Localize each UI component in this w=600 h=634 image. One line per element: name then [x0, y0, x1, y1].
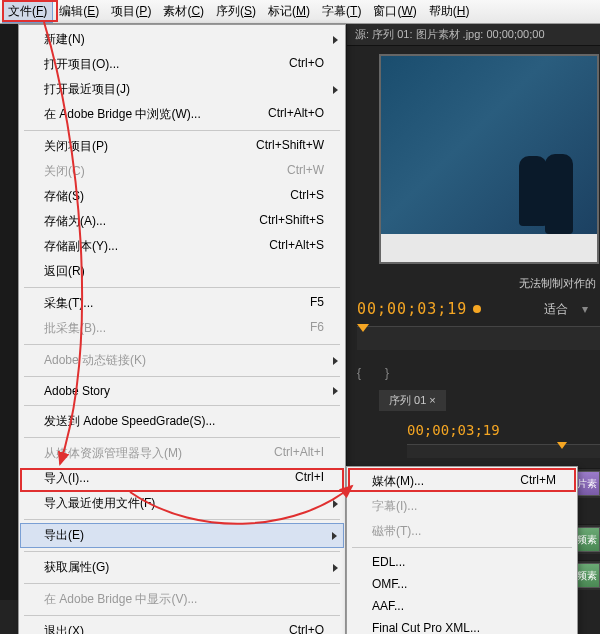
menu-item[interactable]: 在 Adobe Bridge 中浏览(W)...Ctrl+Alt+O — [20, 102, 344, 127]
menu-item-label: 新建(N) — [44, 31, 85, 48]
menu-shortcut: Ctrl+W — [287, 163, 324, 180]
menu-item-label: 存储(S) — [44, 188, 84, 205]
source-timecode[interactable]: 00;00;03;19 — [357, 300, 467, 318]
menu-item-label: 关闭(C) — [44, 163, 85, 180]
mark-out-icon[interactable]: } — [385, 366, 399, 380]
menu-separator — [24, 437, 340, 438]
menu-item[interactable]: 存储为(A)...Ctrl+Shift+S — [20, 209, 344, 234]
menu-item[interactable]: 发送到 Adobe SpeedGrade(S)... — [20, 409, 344, 434]
menu-shortcut: F5 — [310, 295, 324, 312]
menu-item-label: 打开最近项目(J) — [44, 81, 130, 98]
submenu-arrow-icon — [333, 357, 338, 365]
menu-item-label: 在 Adobe Bridge 中显示(V)... — [44, 591, 197, 608]
timeline-tab[interactable]: 序列 01 × — [379, 390, 446, 411]
menu-item: 关闭(C)Ctrl+W — [20, 159, 344, 184]
menu-item-label: 从媒体资源管理器导入(M) — [44, 445, 182, 462]
menu-item[interactable]: Adobe Story — [20, 380, 344, 402]
menu-item[interactable]: 存储(S)Ctrl+S — [20, 184, 344, 209]
menu-sequence[interactable]: 序列(S) — [210, 0, 262, 23]
menubar: 文件(F) 编辑(E) 项目(P) 素材(C) 序列(S) 标记(M) 字幕(T… — [0, 0, 600, 24]
menu-title[interactable]: 字幕(T) — [316, 0, 367, 23]
menu-item-label: 关闭项目(P) — [44, 138, 108, 155]
menu-project[interactable]: 项目(P) — [105, 0, 157, 23]
menu-item-label: Adobe Story — [44, 384, 110, 398]
menu-item[interactable]: 存储副本(Y)...Ctrl+Alt+S — [20, 234, 344, 259]
menu-item[interactable]: 关闭项目(P)Ctrl+Shift+W — [20, 134, 344, 159]
menu-shortcut: Ctrl+Shift+S — [259, 213, 324, 230]
menu-item[interactable]: 导入(I)...Ctrl+I — [20, 466, 344, 491]
menu-separator — [24, 130, 340, 131]
menu-item-label: 导出(E) — [44, 527, 84, 544]
playhead-icon[interactable] — [357, 324, 369, 332]
menu-item: 批采集(B)...F6 — [20, 316, 344, 341]
menu-item-label: 获取属性(G) — [44, 559, 109, 576]
source-ruler[interactable] — [357, 326, 600, 350]
menu-item-label: Adobe 动态链接(K) — [44, 352, 146, 369]
menu-separator — [24, 583, 340, 584]
menu-item: Adobe 动态链接(K) — [20, 348, 344, 373]
export-submenu: 媒体(M)...Ctrl+M字幕(I)...磁带(T)...EDL...OMF.… — [346, 466, 578, 634]
menu-edit[interactable]: 编辑(E) — [53, 0, 105, 23]
menu-item-label: 批采集(B)... — [44, 320, 106, 337]
submenu-item[interactable]: EDL... — [348, 551, 576, 573]
menu-shortcut: Ctrl+Shift+W — [256, 138, 324, 155]
mark-in-icon[interactable]: { — [357, 366, 371, 380]
submenu-arrow-icon — [333, 387, 338, 395]
menu-shortcut: Ctrl+M — [520, 473, 556, 490]
source-monitor: 源: 序列 01: 图片素材 .jpg: 00;00;00;00 无法制制对作的… — [347, 24, 600, 384]
submenu-item[interactable]: Final Cut Pro XML... — [348, 617, 576, 634]
menu-file[interactable]: 文件(F) — [2, 0, 53, 23]
menu-separator — [24, 519, 340, 520]
timeline-timecode[interactable]: 00;00;03;19 — [407, 422, 500, 438]
menu-item: 从媒体资源管理器导入(M)Ctrl+Alt+I — [20, 441, 344, 466]
menu-item-label: 在 Adobe Bridge 中浏览(W)... — [44, 106, 201, 123]
video-preview[interactable] — [379, 54, 599, 264]
menu-help[interactable]: 帮助(H) — [423, 0, 476, 23]
menu-item-label: 采集(T)... — [44, 295, 93, 312]
menu-item[interactable]: 新建(N) — [20, 27, 344, 52]
menu-item[interactable]: 导入最近使用文件(F) — [20, 491, 344, 516]
menu-shortcut: Ctrl+Alt+I — [274, 445, 324, 462]
submenu-item[interactable]: AAF... — [348, 595, 576, 617]
submenu-arrow-icon — [333, 86, 338, 94]
submenu-arrow-icon — [333, 564, 338, 572]
menu-separator — [24, 287, 340, 288]
submenu-arrow-icon — [333, 36, 338, 44]
timeline-playhead-icon[interactable] — [557, 442, 567, 449]
menu-shortcut: Ctrl+Q — [289, 623, 324, 634]
menu-item[interactable]: 打开项目(O)...Ctrl+O — [20, 52, 344, 77]
submenu-arrow-icon — [332, 532, 337, 540]
menu-markers[interactable]: 标记(M) — [262, 0, 316, 23]
transport-controls: { } — [357, 362, 600, 384]
submenu-item: 字幕(I)... — [348, 494, 576, 519]
menu-item-label: 打开项目(O)... — [44, 56, 119, 73]
menu-item: 在 Adobe Bridge 中显示(V)... — [20, 587, 344, 612]
menu-item[interactable]: 导出(E) — [20, 523, 344, 548]
menu-shortcut: Ctrl+I — [295, 470, 324, 487]
menu-item[interactable]: 获取属性(G) — [20, 555, 344, 580]
source-tab[interactable]: 源: 序列 01: 图片素材 .jpg: 00;00;00;00 — [347, 24, 600, 46]
menu-clip[interactable]: 素材(C) — [157, 0, 210, 23]
menu-item[interactable]: 采集(T)...F5 — [20, 291, 344, 316]
menu-item[interactable]: 打开最近项目(J) — [20, 77, 344, 102]
menu-item-label: EDL... — [372, 555, 405, 569]
menu-item-label: AAF... — [372, 599, 404, 613]
menu-item-label: OMF... — [372, 577, 407, 591]
marker-dot-icon — [473, 305, 481, 313]
menu-item[interactable]: 退出(X)Ctrl+Q — [20, 619, 344, 634]
menu-shortcut: Ctrl+S — [290, 188, 324, 205]
submenu-item[interactable]: OMF... — [348, 573, 576, 595]
submenu-item[interactable]: 媒体(M)...Ctrl+M — [348, 469, 576, 494]
menu-item-label: 导入最近使用文件(F) — [44, 495, 155, 512]
menu-separator — [24, 615, 340, 616]
zoom-fit-label[interactable]: 适合 — [544, 301, 568, 318]
menu-shortcut: Ctrl+Alt+S — [269, 238, 324, 255]
file-dropdown: 新建(N)打开项目(O)...Ctrl+O打开最近项目(J)在 Adobe Br… — [18, 24, 346, 634]
menu-item-label: 发送到 Adobe SpeedGrade(S)... — [44, 413, 215, 430]
submenu-item: 磁带(T)... — [348, 519, 576, 544]
chevron-down-icon[interactable]: ▾ — [582, 302, 588, 316]
menu-item[interactable]: 返回(R) — [20, 259, 344, 284]
menu-window[interactable]: 窗口(W) — [367, 0, 422, 23]
menu-item-label: 字幕(I)... — [372, 498, 417, 515]
timeline-ruler[interactable] — [407, 444, 600, 458]
